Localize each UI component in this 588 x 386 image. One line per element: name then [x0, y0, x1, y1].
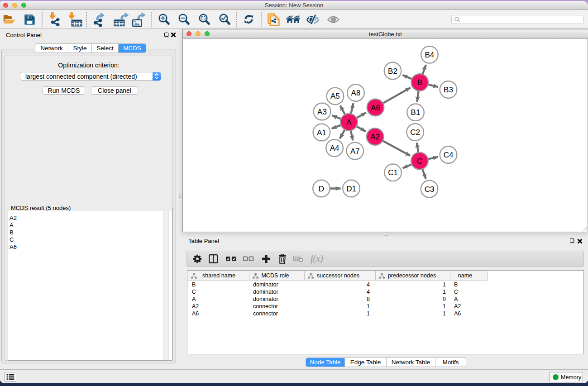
svg-text:B4: B4 [425, 51, 435, 59]
svg-text:A6: A6 [371, 104, 380, 112]
svg-text:C3: C3 [425, 185, 435, 194]
svg-text:A4: A4 [330, 144, 339, 152]
svg-text:A1: A1 [317, 129, 326, 137]
svg-text:C2: C2 [410, 128, 420, 137]
svg-text:C: C [417, 157, 422, 166]
svg-text:A5: A5 [330, 92, 340, 100]
svg-text:A8: A8 [351, 89, 361, 97]
svg-text:B3: B3 [444, 86, 453, 94]
svg-text:B2: B2 [388, 67, 397, 76]
svg-text:B1: B1 [411, 108, 421, 117]
svg-text:A2: A2 [370, 133, 380, 141]
svg-text:A3: A3 [317, 108, 327, 116]
svg-text:C4: C4 [444, 151, 454, 159]
svg-text:C1: C1 [388, 168, 398, 177]
svg-text:D: D [319, 185, 324, 193]
svg-text:A: A [346, 118, 352, 127]
svg-text:D1: D1 [346, 185, 356, 193]
svg-text:B: B [417, 78, 422, 87]
svg-text:A7: A7 [350, 147, 360, 156]
